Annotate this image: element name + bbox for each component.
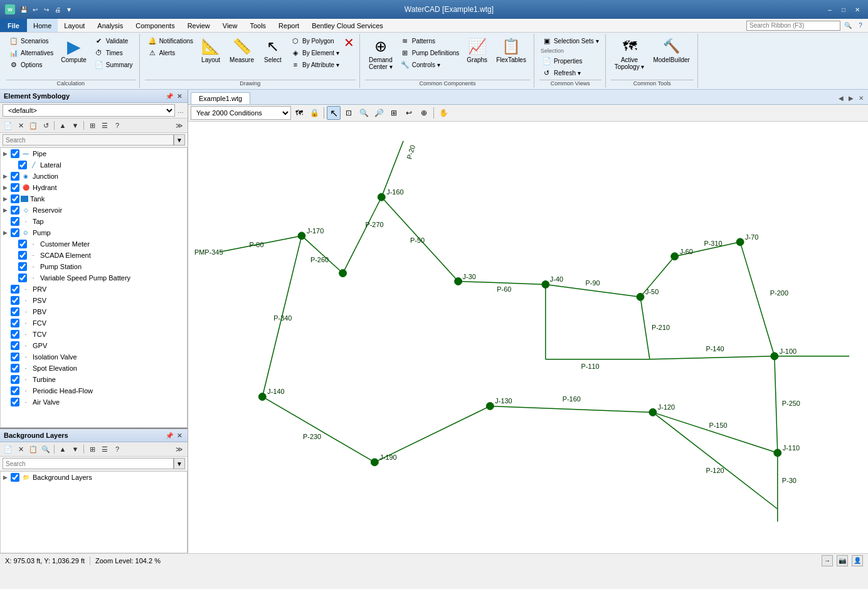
tree-item-prv[interactable]: · PRV — [1, 284, 187, 295]
summary-button[interactable]: 📄 Summary — [92, 59, 135, 70]
status-btn-user[interactable]: 👤 — [852, 555, 863, 566]
bgl-help[interactable]: ? — [112, 443, 123, 455]
lateral-check[interactable] — [18, 161, 27, 169]
menu-file[interactable]: File — [0, 19, 27, 32]
fcv-check[interactable] — [11, 319, 19, 327]
prv-check[interactable] — [11, 285, 19, 294]
node-j130[interactable] — [486, 402, 494, 410]
symbology-dropdown[interactable]: <default> — [3, 104, 175, 117]
zoom-out-btn[interactable]: 🔎 — [372, 106, 386, 120]
qa-print[interactable]: 🖨 — [53, 4, 63, 14]
flextables-button[interactable]: 📋 FlexTables — [492, 35, 530, 65]
bgl-list[interactable]: ☰ — [99, 443, 110, 455]
sym-help[interactable]: ? — [112, 120, 123, 131]
symbology-more[interactable]: … — [176, 106, 185, 115]
menu-report[interactable]: Report — [272, 19, 305, 32]
zoom-prev-btn[interactable]: ↩ — [402, 106, 416, 120]
lock-icon[interactable]: 🔒 — [307, 106, 321, 120]
node-j70[interactable] — [736, 238, 744, 246]
tree-item-tap[interactable]: · Tap — [1, 216, 187, 227]
refresh-button[interactable]: ↺ Refresh ▾ — [539, 67, 601, 78]
pump-check[interactable] — [11, 228, 19, 237]
tree-item-spot-elevation[interactable]: · Spot Elevation — [1, 363, 187, 374]
sym-copy[interactable]: 📋 — [28, 120, 39, 131]
bgl-find[interactable]: 🔍 — [40, 443, 51, 455]
select-arrow-btn[interactable]: ↖ — [327, 106, 341, 120]
tree-item-hydrant[interactable]: ▶ 🔴 Hydrant — [1, 182, 187, 193]
sym-down[interactable]: ▼ — [70, 120, 81, 131]
sym-list[interactable]: ☰ — [99, 120, 110, 131]
scenarios-button[interactable]: 📋 Scenarios — [6, 35, 56, 46]
reservoir-expand[interactable]: ▶ — [3, 207, 11, 213]
node-junction-p270[interactable] — [339, 270, 347, 277]
bgl-up[interactable]: ▲ — [57, 443, 68, 455]
tree-item-periodic[interactable]: · Periodic Head-Flow — [1, 385, 187, 396]
av-check[interactable] — [11, 398, 19, 406]
hydrant-check[interactable] — [11, 183, 19, 192]
symbology-search-btn[interactable]: ▼ — [174, 134, 185, 146]
validate-button[interactable]: ✔ Validate — [92, 35, 135, 46]
zoom-window-btn[interactable]: ⊞ — [387, 106, 401, 120]
bg-layers-search-input[interactable] — [3, 458, 174, 469]
status-btn-navigate[interactable]: → — [822, 555, 833, 566]
tree-item-pipe[interactable]: ▶ — Pipe — [1, 148, 187, 159]
maximize-button[interactable]: □ — [838, 4, 849, 15]
sym-up[interactable]: ▲ — [57, 120, 68, 131]
tree-item-gpv[interactable]: · GPV — [1, 340, 187, 351]
scenario-dropdown[interactable]: Year 2000 Conditions — [191, 106, 291, 120]
tree-item-reservoir[interactable]: ▶ ◇ Reservoir — [1, 204, 187, 216]
notifications-button[interactable]: 🔔 Notifications — [145, 35, 196, 46]
sym-new[interactable]: 📄 — [3, 120, 14, 131]
bgl-grid[interactable]: ⊞ — [87, 443, 98, 455]
drawing-tab-example1[interactable]: Example1.wtg — [191, 92, 250, 104]
hydrant-expand[interactable]: ▶ — [3, 184, 11, 191]
symbology-close[interactable]: ✕ — [175, 92, 184, 100]
pump-expand[interactable]: ▶ — [3, 230, 11, 236]
pbv-check[interactable] — [11, 307, 19, 316]
node-j100[interactable] — [771, 353, 778, 360]
symbology-pin[interactable]: 📌 — [165, 92, 174, 100]
bgl-check[interactable] — [11, 473, 19, 482]
tree-item-pbv[interactable]: · PBV — [1, 306, 187, 317]
node-j140[interactable] — [258, 393, 266, 401]
demand-center-button[interactable]: ⊕ DemandCenter ▾ — [365, 35, 396, 72]
patterns-button[interactable]: ≋ Patterns — [398, 35, 462, 46]
tree-item-psv[interactable]: · PSV — [1, 295, 187, 306]
times-button[interactable]: ⏱ Times — [92, 47, 135, 58]
bg-layers-close[interactable]: ✕ — [175, 431, 184, 440]
by-element-button[interactable]: ◈ By Element ▾ — [288, 47, 342, 58]
junction-expand[interactable]: ▶ — [3, 173, 11, 179]
graphs-button[interactable]: 📈 Graphs — [463, 35, 491, 65]
selection-sets-button[interactable]: ▣ Selection Sets ▾ — [539, 35, 601, 46]
qa-dropdown[interactable]: ▼ — [64, 4, 74, 14]
compute-button[interactable]: ▶ Compute — [57, 35, 90, 65]
menu-review[interactable]: Review — [181, 19, 216, 32]
bgl-expand[interactable]: ▶ — [3, 474, 11, 480]
tree-item-turbine[interactable]: · Turbine — [1, 374, 187, 385]
ribbon-search[interactable] — [746, 21, 840, 31]
tree-item-pump-station[interactable]: · Pump Station — [1, 261, 187, 272]
iv-check[interactable] — [11, 353, 19, 361]
bgl-expand[interactable]: ≫ — [174, 443, 185, 455]
menu-tools[interactable]: Tools — [243, 19, 272, 32]
node-j30[interactable] — [455, 278, 462, 285]
node-j120[interactable] — [649, 408, 657, 416]
scada-check[interactable] — [18, 251, 27, 260]
pipe-check[interactable] — [11, 149, 19, 158]
search-icon[interactable]: 🔍 — [843, 21, 853, 31]
tap-check[interactable] — [11, 217, 19, 226]
phf-check[interactable] — [11, 386, 19, 395]
tree-item-junction[interactable]: ▶ ◉ Junction — [1, 171, 187, 182]
properties-button[interactable]: 📄 Properties — [539, 55, 601, 66]
node-j170[interactable] — [298, 232, 305, 240]
options-button[interactable]: ⚙ Options — [6, 59, 56, 70]
symbology-search-input[interactable] — [3, 134, 174, 146]
modelbuilder-button[interactable]: 🔨 ModelBuilder — [649, 35, 693, 65]
tree-item-lateral[interactable]: ╱ Lateral — [1, 159, 187, 171]
map-icon[interactable]: 🗺 — [292, 106, 306, 120]
junction-check[interactable] — [11, 172, 19, 181]
menu-components[interactable]: Components — [129, 19, 181, 32]
tree-item-isolation-valve[interactable]: · Isolation Valve — [1, 351, 187, 363]
menu-analysis[interactable]: Analysis — [91, 19, 129, 32]
psv-check[interactable] — [11, 296, 19, 305]
